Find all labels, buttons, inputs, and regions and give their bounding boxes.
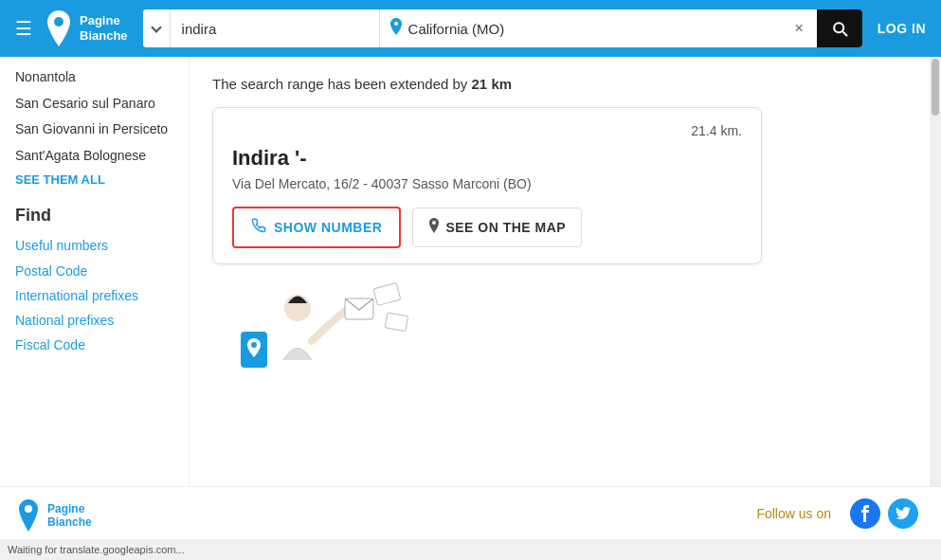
postal-code-link[interactable]: Postal Code — [15, 262, 173, 280]
svg-point-8 — [251, 342, 257, 348]
header: ☰ Pagine Bianche — [0, 0, 941, 57]
illustration-area — [212, 280, 918, 393]
svg-rect-5 — [373, 283, 401, 306]
login-button[interactable]: LOG IN — [878, 21, 926, 36]
chevron-down-icon — [151, 22, 161, 32]
logo-line1: Pagine — [80, 13, 128, 28]
bottom-logo-line1: Pagine — [47, 502, 92, 515]
range-km: 21 km — [472, 76, 513, 92]
svg-point-9 — [25, 505, 32, 513]
distance-text: 21.4 km. — [691, 123, 742, 138]
logo-line2: Bianche — [80, 28, 128, 44]
bottom-bar: Pagine Bianche Follow us on — [0, 486, 941, 539]
svg-rect-6 — [385, 313, 407, 332]
result-actions: SHOW NUMBER SEE ON THE MAP — [232, 207, 742, 248]
international-prefixes-link[interactable]: International prefixes — [15, 287, 173, 304]
bottom-logo-pin-icon — [15, 499, 42, 532]
sidebar: Nonantola San Cesario sul Panaro San Gio… — [0, 57, 190, 486]
search-dropdown[interactable] — [143, 9, 171, 47]
svg-point-1 — [394, 22, 398, 26]
scrollbar-thumb — [932, 59, 939, 116]
facebook-icon[interactable] — [850, 498, 880, 529]
page-wrapper: ☰ Pagine Bianche — [0, 0, 941, 560]
useful-numbers-link[interactable]: Useful numbers — [15, 237, 173, 254]
location-container: × — [380, 9, 817, 47]
sidebar-city-1[interactable]: Nonantola — [15, 68, 173, 87]
search-icon — [830, 19, 849, 38]
svg-point-0 — [54, 17, 63, 27]
result-card: 21.4 km. Indira '- Via Del Mercato, 16/2… — [212, 107, 762, 264]
fiscal-code-link[interactable]: Fiscal Code — [15, 336, 173, 353]
results-area: The search range has been extended by 21… — [190, 57, 941, 486]
range-notice-prefix: The search range has been extended by — [212, 76, 472, 92]
follow-us-text: Follow us on — [756, 506, 831, 521]
see-map-button[interactable]: SEE ON THE MAP — [412, 208, 582, 247]
bottom-logo-line2: Bianche — [47, 515, 92, 529]
sidebar-city-4[interactable]: Sant'Agata Bolognese — [15, 147, 173, 166]
search-input[interactable] — [171, 9, 379, 47]
logo[interactable]: Pagine Bianche — [44, 10, 128, 46]
search-button[interactable] — [817, 9, 862, 47]
twitter-icon[interactable] — [888, 498, 918, 529]
sidebar-city-2[interactable]: San Cesario sul Panaro — [15, 95, 173, 114]
logo-pin-icon — [44, 10, 74, 46]
menu-icon[interactable]: ☰ — [15, 17, 32, 40]
bottom-logo[interactable]: Pagine Bianche — [0, 492, 107, 539]
map-pin-icon — [428, 218, 440, 237]
show-number-button[interactable]: SHOW NUMBER — [232, 207, 401, 248]
search-range-notice: The search range has been extended by 21… — [212, 76, 918, 92]
result-name: Indira '- — [232, 146, 742, 171]
clear-location-button[interactable]: × — [790, 20, 806, 37]
illustration-svg — [212, 280, 459, 393]
national-prefixes-link[interactable]: National prefixes — [15, 312, 173, 329]
show-number-label: SHOW NUMBER — [274, 220, 382, 235]
search-container: × — [143, 9, 862, 47]
result-address: Via Del Mercato, 16/2 - 40037 Sasso Marc… — [232, 176, 742, 191]
status-bar: Waiting for translate.googleapis.com... — [0, 539, 941, 560]
bottom-logo-area: Pagine Bianche — [0, 487, 107, 539]
svg-point-2 — [432, 221, 436, 225]
see-them-all-link[interactable]: SEE THEM ALL — [15, 172, 173, 187]
location-pin-icon — [389, 18, 403, 39]
scrollbar[interactable] — [930, 57, 941, 486]
sidebar-city-3[interactable]: San Giovanni in Persiceto — [15, 120, 173, 139]
see-map-label: SEE ON THE MAP — [445, 220, 566, 235]
phone-icon — [251, 218, 266, 237]
main-content: Nonantola San Cesario sul Panaro San Gio… — [0, 57, 941, 486]
location-input[interactable] — [408, 21, 791, 37]
find-section-title: Find — [15, 206, 173, 226]
result-card-header: 21.4 km. — [232, 123, 742, 138]
status-text: Waiting for translate.googleapis.com... — [8, 544, 185, 555]
